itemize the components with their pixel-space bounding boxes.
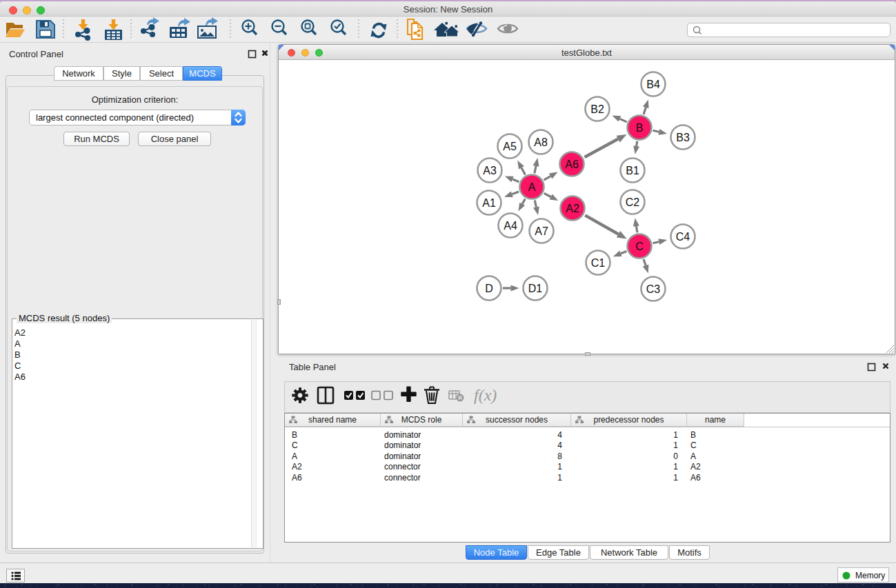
- svg-text:D: D: [485, 283, 493, 294]
- svg-text:C4: C4: [676, 231, 690, 243]
- svg-text:A1: A1: [482, 197, 496, 209]
- svg-text:C2: C2: [626, 196, 640, 208]
- svg-text:A3: A3: [483, 165, 497, 176]
- svg-text:C1: C1: [591, 257, 606, 269]
- svg-text:A2: A2: [566, 203, 579, 214]
- svg-text:B: B: [636, 122, 644, 134]
- svg-text:D1: D1: [528, 283, 543, 294]
- svg-text:A4: A4: [504, 220, 517, 232]
- svg-text:A5: A5: [503, 141, 517, 152]
- svg-text:B4: B4: [646, 79, 660, 90]
- svg-text:B1: B1: [626, 165, 639, 176]
- svg-text:C3: C3: [646, 283, 661, 295]
- svg-text:A8: A8: [534, 136, 548, 148]
- svg-text:A7: A7: [535, 225, 548, 237]
- svg-text:B3: B3: [676, 132, 690, 143]
- svg-text:B2: B2: [590, 103, 604, 115]
- svg-text:f(x): f(x): [474, 386, 497, 404]
- svg-text:A: A: [528, 181, 536, 193]
- svg-text:A6: A6: [565, 159, 579, 170]
- svg-text:C: C: [635, 241, 644, 252]
